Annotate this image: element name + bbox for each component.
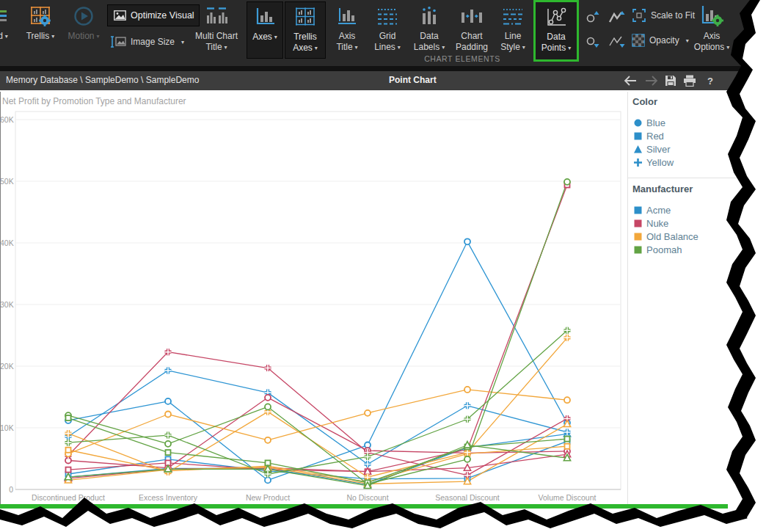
legend-item-label: Blue: [646, 117, 665, 128]
toolbar-item-label: Motion: [65, 31, 103, 42]
app-window: d Trellis Motion Optimize V: [0, 0, 766, 532]
grid-lines-icon: [368, 5, 406, 27]
toolbar-item-label: Axes: [247, 32, 282, 43]
chevron-down-icon: [353, 42, 358, 52]
chart-elements-group-label: CHART ELEMENTS: [382, 54, 543, 63]
image-size-icon: [110, 35, 126, 48]
axes-icon: [247, 6, 282, 28]
toolbar-item-data-labels[interactable]: Data Labels: [409, 0, 449, 60]
triangle-marker-icon: [632, 145, 643, 154]
decrease-point-size-button[interactable]: [582, 32, 602, 51]
chevron-down-icon: [95, 31, 100, 41]
toolbar: d Trellis Motion Optimize V: [0, 0, 766, 66]
toolbar-item-line-style[interactable]: Line Style: [495, 0, 531, 60]
back-button[interactable]: [622, 73, 638, 88]
x-axis-category-label: Excess Inventory: [139, 493, 197, 502]
toolbar-item-trellis-axes[interactable]: Trellis Axes: [285, 1, 326, 59]
toolbar-item-partial[interactable]: d: [0, 0, 18, 60]
legend-item[interactable]: Acme: [632, 204, 698, 216]
legend-item[interactable]: Blue: [632, 117, 674, 128]
data-points-icon: [536, 6, 577, 28]
opacity-icon: [632, 34, 645, 47]
legend-item-label: Acme: [646, 205, 671, 216]
toolbar-item-label: Line Style: [495, 31, 531, 53]
legend-item-label: Red: [646, 131, 664, 142]
save-button[interactable]: [663, 73, 679, 88]
legend-item[interactable]: Poomah: [632, 244, 698, 255]
optimize-visual-button[interactable]: Optimize Visual: [107, 4, 200, 26]
square-marker-icon: [632, 131, 643, 141]
print-button[interactable]: [682, 73, 698, 88]
help-button[interactable]: ?: [702, 73, 718, 88]
square-marker-icon: [632, 205, 643, 215]
increase-point-size-button[interactable]: [582, 7, 602, 26]
x-axis-category-label: Volume Discount: [539, 493, 597, 502]
toolbar-item-axis-options[interactable]: Axis Options: [688, 0, 735, 60]
image-size-label: Image Size: [131, 37, 175, 47]
legend-item[interactable]: Silver: [632, 143, 674, 155]
legend-manufacturer-header: Manufacturer: [632, 183, 693, 194]
legend-item[interactable]: Nuke: [632, 217, 698, 229]
toolbar-item-multi-chart-title[interactable]: Multi Chart Title: [191, 0, 242, 60]
legend-divider: [627, 92, 628, 505]
chart-padding-icon: [451, 5, 493, 27]
axis-options-icon: [688, 5, 735, 27]
chevron-down-icon: [395, 42, 401, 52]
line-style-icon: [495, 5, 531, 27]
toolbar-item-data-points[interactable]: Data Points: [533, 0, 579, 62]
axis-title-icon: [329, 5, 365, 27]
toolbar-item-label: Data Points: [536, 32, 577, 54]
legend-item[interactable]: Yellow: [632, 156, 674, 168]
legend-manufacturer-items: AcmeNukeOld BalancePoomah: [632, 204, 698, 257]
decrease-line-width-button[interactable]: [607, 32, 627, 51]
x-axis-category-label: Discontinued Product: [32, 493, 105, 502]
toolbar-item-label: Trellis Axes: [285, 32, 325, 54]
trellis-icon: [19, 5, 62, 27]
toolbar-item-label: Grid Lines: [368, 31, 406, 53]
legend-item[interactable]: Red: [632, 130, 674, 142]
toolbar-item-label: Chart Padding: [451, 31, 493, 53]
chevron-down-icon: [520, 42, 525, 52]
image-size-button[interactable]: Image Size: [107, 32, 198, 51]
square-marker-icon: [632, 219, 643, 228]
toolbar-item-motion: Motion: [65, 0, 103, 60]
toolbar-item-axes[interactable]: Axes: [247, 1, 283, 59]
forward-button[interactable]: [643, 73, 660, 88]
play-motion-icon: [65, 5, 103, 27]
square-marker-icon: [632, 245, 643, 255]
circle-marker-icon: [632, 118, 643, 128]
chart-title: Net Profit by Promotion Type and Manufac…: [2, 96, 186, 106]
legend-color-header: Color: [632, 96, 657, 107]
legend-item-label: Yellow: [646, 157, 674, 168]
scale-to-fit-button[interactable]: Scale to Fit: [632, 6, 695, 25]
view-title: Point Chart: [389, 75, 437, 85]
point-chart-plot[interactable]: [0, 111, 622, 490]
legend-item-label: Silver: [646, 144, 671, 155]
opacity-label: Opacity: [649, 35, 679, 45]
toolbar-item-label: Data Labels: [409, 31, 449, 53]
toolbar-item-chart-padding[interactable]: Chart Padding: [451, 0, 493, 60]
breadcrumb[interactable]: Memory Database \ SampleDemo \ SampleDem…: [6, 75, 199, 85]
x-axis-category-label: No Discount: [346, 493, 388, 502]
chevron-down-icon: [222, 42, 227, 52]
legend-item-label: Nuke: [646, 218, 668, 229]
chevron-down-icon: [3, 31, 8, 41]
trellis-axes-icon: [285, 6, 325, 28]
list-icon: [0, 5, 18, 27]
toolbar-item-grid-lines[interactable]: Grid Lines: [368, 0, 406, 60]
chevron-down-icon: [724, 42, 729, 52]
breadcrumb-bar: Memory Database \ SampleDemo \ SampleDem…: [0, 71, 766, 90]
data-labels-icon: [409, 5, 449, 27]
increase-line-width-button[interactable]: [607, 7, 627, 26]
toolbar-item-label: Axis Options: [688, 31, 735, 53]
toolbar-item-axis-title[interactable]: Axis Title: [329, 0, 365, 60]
x-axis-category-label: Seasonal Discount: [435, 493, 500, 502]
toolbar-item-trellis[interactable]: Trellis: [19, 0, 62, 60]
opacity-button[interactable]: Opacity: [632, 31, 689, 50]
toolbar-item-label: d: [0, 31, 18, 42]
legend-item[interactable]: Old Balance: [632, 230, 698, 242]
toolbar-divider: [0, 66, 766, 71]
plus-marker-icon: [632, 158, 643, 167]
toolbar-item-label: Axis Title: [329, 31, 365, 53]
legend-item-label: Poomah: [646, 244, 682, 255]
